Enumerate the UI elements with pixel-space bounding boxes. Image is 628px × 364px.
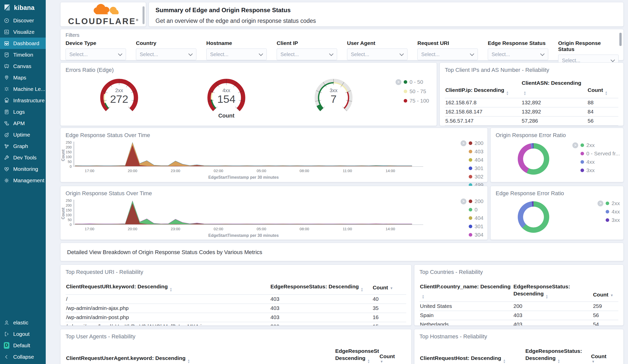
sidebar-item-graph[interactable]: Graph	[0, 140, 46, 152]
sort-icon[interactable]: ▲▼	[605, 91, 608, 95]
sort-icon[interactable]: ▼	[591, 360, 616, 363]
filter-label: Request URI	[417, 40, 478, 46]
sidebar-item-elastic[interactable]: elastic	[0, 317, 46, 328]
table-cell: 56	[587, 117, 618, 126]
legend-item-302[interactable]: 302	[461, 174, 483, 180]
legend-toggle-icon[interactable]: >	[461, 140, 466, 146]
column-header-edgeresponsestatus[interactable]: EdgeResponseStatus: Descending▲▼	[525, 348, 590, 364]
sidebar-item-logs[interactable]: Logs	[0, 106, 46, 118]
sort-icon[interactable]: ▼	[390, 286, 393, 290]
column-header-edgeresponsestatus[interactable]: EdgeResponseStatus: Descending▲▼	[513, 283, 592, 302]
legend-toggle-icon[interactable]: >	[461, 198, 466, 204]
legend-item-200[interactable]: >200	[461, 140, 483, 146]
sidebar-item-default[interactable]: DDefault	[0, 340, 46, 351]
legend-label: 200	[475, 140, 483, 146]
legend-toggle-icon[interactable]: >	[598, 201, 603, 206]
column-header-count[interactable]: Count▲▼	[587, 79, 618, 98]
sort-icon[interactable]: ▲▼	[422, 294, 425, 299]
legend-item-0-served-fr[interactable]: 0 - Served fr...	[572, 151, 620, 157]
kibana-brand[interactable]: kibana	[0, 0, 46, 15]
select-placeholder: Select...	[492, 52, 510, 57]
svg-text:272: 272	[110, 93, 128, 105]
legend-item-301[interactable]: 301	[461, 223, 483, 229]
filter-select-user-agent[interactable]: Select...	[347, 48, 407, 60]
legend-item-3xx[interactable]: 3xx	[598, 217, 620, 223]
sidebar-item-discover[interactable]: Discover	[0, 15, 46, 26]
sort-icon[interactable]: ▲▼	[545, 294, 548, 299]
filter-select-country[interactable]: Select...	[136, 48, 196, 60]
legend-item-403[interactable]: 403	[461, 148, 483, 155]
sidebar-item-logout[interactable]: Logout	[0, 328, 46, 340]
svg-text:05:00: 05:00	[257, 169, 266, 173]
column-header-edgeresponsestatus[interactable]: EdgeResponseStatus: Descending▲▼	[270, 283, 372, 295]
scrollbar-thumb[interactable]	[143, 6, 145, 24]
sort-icon[interactable]: ▼	[610, 293, 614, 297]
timelion-icon	[4, 52, 9, 58]
sidebar-item-monitoring[interactable]: Monitoring	[0, 163, 46, 175]
filter-select-request-uri[interactable]: Select...	[417, 48, 478, 60]
legend-item-2xx[interactable]: >2xx	[572, 142, 620, 148]
sort-icon[interactable]: ▲▼	[506, 91, 509, 95]
legend-item-4xx[interactable]: 4xx	[598, 209, 620, 215]
legend-item-75-100[interactable]: 75 - 100	[396, 98, 429, 104]
sort-icon[interactable]: ▲▼	[557, 359, 560, 363]
legend-item-0[interactable]: 0	[461, 207, 483, 213]
column-header-count[interactable]: Count▼	[592, 283, 618, 302]
filter-select-device-type[interactable]: Select...	[66, 48, 126, 60]
sort-icon[interactable]: ▲▼	[503, 359, 506, 363]
sidebar-item-machine-le[interactable]: Machine Le...	[0, 83, 46, 95]
svg-text:14:00: 14:00	[386, 169, 395, 173]
table-cell: 162.158.68.147	[445, 107, 521, 117]
column-header-count[interactable]: Count▼	[590, 348, 618, 364]
sidebar-item-collapse[interactable]: Collapse	[0, 351, 46, 362]
sidebar-item-timelion[interactable]: Timelion	[0, 49, 46, 60]
sidebar-item-canvas[interactable]: Canvas	[0, 60, 46, 72]
column-header-clientip-ip[interactable]: ClientIP.ip: Descending▲▼	[445, 79, 521, 98]
legend-label: 2xx	[586, 142, 595, 148]
column-header-clientrequesthost[interactable]: ClientRequestHost: Descending▲▼	[419, 348, 525, 364]
legend-item-200[interactable]: >200	[461, 198, 483, 204]
table-cell: 178.128.193.158	[445, 126, 521, 126]
legend-spacer	[572, 159, 578, 165]
filter-select-edge-response-status[interactable]: Select...	[488, 48, 548, 60]
sidebar-item-apm[interactable]: APM	[0, 118, 46, 129]
sidebar-item-dashboard[interactable]: Dashboard	[0, 38, 46, 49]
svg-text:100: 100	[66, 155, 72, 159]
sidebar-item-dev-tools[interactable]: Dev Tools	[0, 152, 46, 163]
legend-item-2xx[interactable]: >2xx	[598, 200, 620, 206]
legend-item-301[interactable]: 301	[461, 165, 483, 171]
column-header-edgeresponsestatus[interactable]: EdgeResponseStatus: Descending▲▼	[335, 348, 379, 364]
column-header-count[interactable]: Count▼	[372, 283, 406, 295]
ml-icon	[4, 86, 9, 92]
legend-spacer	[396, 89, 401, 94]
sort-icon[interactable]: ▲▼	[367, 359, 370, 363]
sort-icon[interactable]: ▲▼	[169, 287, 172, 292]
legend-item-3xx[interactable]: 3xx	[572, 167, 620, 173]
legend-item-404[interactable]: 404	[461, 157, 483, 163]
legend-item-4xx[interactable]: 4xx	[572, 159, 620, 165]
filter-select-client-ip[interactable]: Select...	[277, 48, 337, 60]
legend-item-0-50[interactable]: >0 - 50	[396, 79, 429, 85]
filter-select-hostname[interactable]: Select...	[206, 48, 267, 60]
legend-item-50-75[interactable]: 50 - 75	[396, 88, 429, 94]
sidebar-item-infrastructure[interactable]: Infrastructure	[0, 95, 46, 106]
legend-toggle-icon[interactable]: >	[396, 79, 401, 85]
sidebar-item-uptime[interactable]: Uptime	[0, 129, 46, 140]
sort-icon[interactable]: ▲▼	[187, 359, 190, 363]
column-header-clientrequestuseragent-keyword[interactable]: ClientRequestUserAgent.keyword: Descendi…	[66, 348, 335, 364]
sort-icon[interactable]: ▲▼	[524, 91, 526, 95]
column-header-count[interactable]: Count▼	[379, 348, 406, 364]
column-header-clientrequesturi-keyword[interactable]: ClientRequestURI.keyword: Descending▲▼	[66, 283, 270, 295]
column-header-clientip-country-name[interactable]: ClientIP.country_name: Descending▲▼	[419, 283, 513, 302]
sidebar-item-management[interactable]: Management	[0, 175, 46, 186]
legend-item-304[interactable]: 304	[461, 232, 483, 238]
scrollbar-thumb[interactable]	[619, 33, 622, 46]
legend-toggle-icon[interactable]: >	[572, 142, 578, 148]
legend-dot	[404, 80, 407, 84]
sort-icon[interactable]: ▲▼	[360, 287, 363, 292]
sidebar-item-visualize[interactable]: Visualize	[0, 26, 46, 38]
sort-icon[interactable]: ▼	[380, 360, 404, 363]
legend-item-404[interactable]: 404	[461, 215, 483, 221]
column-header-clientasn[interactable]: ClientASN: Descending▲▼	[521, 79, 587, 98]
sidebar-item-maps[interactable]: Maps	[0, 72, 46, 83]
